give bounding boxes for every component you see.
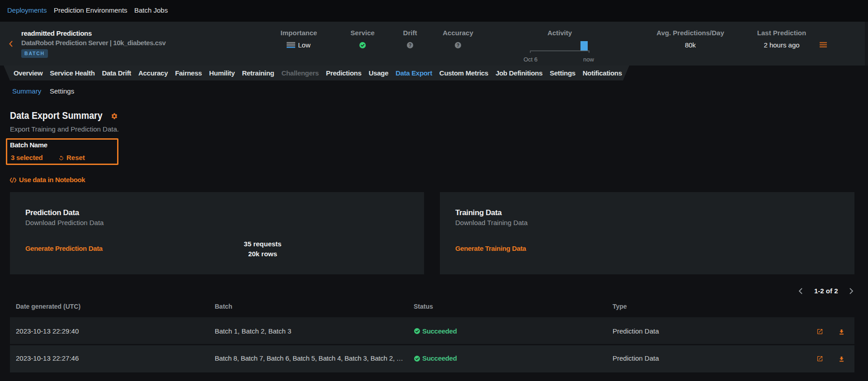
svg-text:?: ? [457, 43, 459, 48]
svg-text:?: ? [409, 43, 411, 48]
